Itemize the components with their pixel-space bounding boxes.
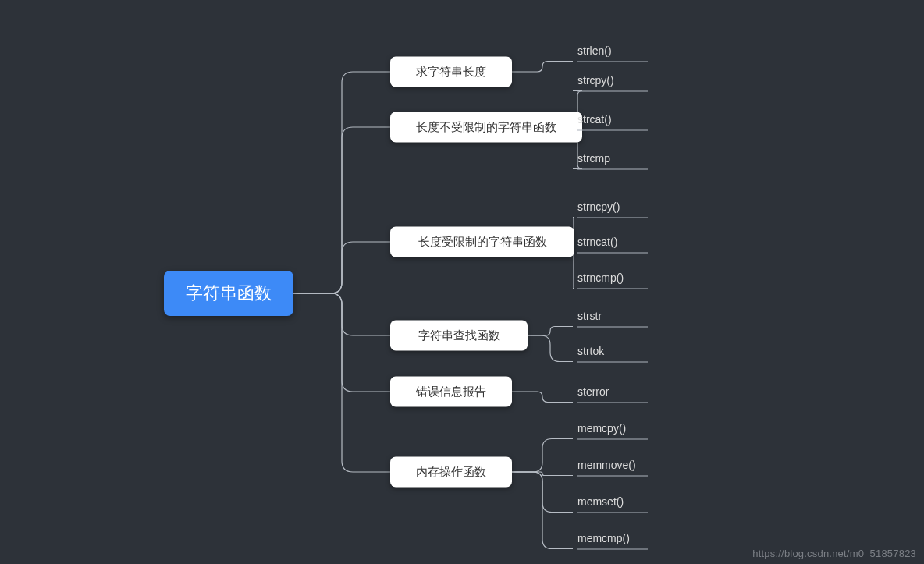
leaf-node-3-0[interactable]: strstr — [578, 305, 648, 328]
watermark-text: https://blog.csdn.net/m0_51857823 — [752, 548, 916, 559]
branch-label: 长度不受限制的字符串函数 — [416, 120, 556, 133]
root-node[interactable]: 字符串函数 — [164, 271, 293, 316]
branch-label: 长度受限制的字符串函数 — [418, 235, 547, 248]
leaf-node-5-1[interactable]: memmove() — [578, 454, 648, 477]
leaf-label: memset() — [578, 495, 624, 508]
branch-label: 字符串查找函数 — [418, 328, 500, 342]
leaf-label: memcmp() — [578, 532, 630, 544]
leaf-node-5-0[interactable]: memcpy() — [578, 417, 648, 440]
leaf-node-5-2[interactable]: memset() — [578, 491, 648, 513]
leaf-label: strncat() — [578, 236, 617, 248]
leaf-label: memmove() — [578, 459, 636, 471]
leaf-node-0-0[interactable]: strlen() — [578, 40, 648, 62]
leaf-label: strncpy() — [578, 200, 620, 213]
branch-node-5[interactable]: 内存操作函数 — [390, 457, 512, 488]
leaf-node-2-2[interactable]: strncmp() — [578, 267, 648, 289]
leaf-node-2-0[interactable]: strncpy() — [578, 196, 648, 218]
branch-node-1[interactable]: 长度不受限制的字符串函数 — [390, 112, 582, 143]
branch-node-3[interactable]: 字符串查找函数 — [390, 321, 528, 351]
leaf-label: strncmp() — [578, 271, 624, 284]
leaf-label: strstr — [578, 310, 602, 322]
leaf-node-2-1[interactable]: strncat() — [578, 231, 648, 254]
leaf-label: strcat() — [578, 113, 612, 126]
leaf-node-3-1[interactable]: strtok — [578, 340, 648, 363]
branch-label: 求字符串长度 — [416, 65, 486, 78]
leaf-node-4-0[interactable]: sterror — [578, 381, 648, 403]
leaf-node-1-0[interactable]: strcpy() — [578, 69, 648, 92]
leaf-label: strcmp — [578, 152, 610, 165]
branch-label: 内存操作函数 — [416, 465, 486, 478]
branch-node-2[interactable]: 长度受限制的字符串函数 — [390, 227, 574, 257]
leaf-label: memcpy() — [578, 422, 626, 435]
leaf-label: strtok — [578, 345, 604, 357]
leaf-node-5-3[interactable]: memcmp() — [578, 527, 648, 550]
leaf-label: strcpy() — [578, 74, 614, 87]
leaf-node-1-2[interactable]: strcmp — [578, 147, 648, 170]
branch-node-4[interactable]: 错误信息报告 — [390, 377, 512, 407]
root-label: 字符串函数 — [186, 283, 272, 303]
mindmap-stage: { "root": { "label": "字符串函数" }, "branche… — [0, 0, 924, 564]
branch-node-0[interactable]: 求字符串长度 — [390, 57, 512, 87]
leaf-node-1-1[interactable]: strcat() — [578, 108, 648, 131]
leaf-label: strlen() — [578, 44, 612, 57]
branch-label: 错误信息报告 — [416, 385, 486, 398]
leaf-label: sterror — [578, 385, 609, 398]
